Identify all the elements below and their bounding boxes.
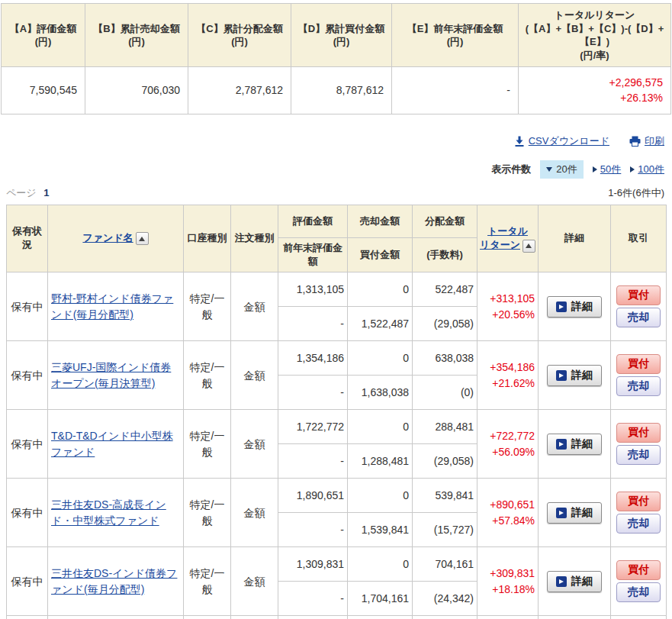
detail-cell: 詳細 [539, 410, 611, 479]
prev-year-valuation-amount: - [278, 376, 348, 410]
buy-button[interactable]: 買付 [616, 423, 661, 443]
total-return-amount: +309,831 [481, 566, 535, 581]
summary-value-row: 7,590,545 706,030 2,787,612 8,787,612 - … [2, 67, 671, 114]
fund-row-top: 保有中 三菱UFJ-国際インド債券オープン(毎月決算型) 特定/一般 金額 1,… [7, 341, 667, 376]
fund-row-top: 保有中 野村-野村インド債券ファンド(毎月分配型) 特定/一般 金額 1,313… [7, 272, 667, 307]
col-header-distribution: 分配金額 [413, 205, 477, 237]
valuation-amount: 1,354,186 [278, 341, 348, 376]
fund-name-link[interactable]: 三井住友DS-インド債券ファンド(毎月分配型) [51, 567, 177, 595]
prev-year-valuation-amount: - [278, 513, 348, 547]
buy-button[interactable]: 買付 [616, 354, 661, 374]
trade-cell: 買付 売却 [611, 272, 667, 341]
display-count-20-selected[interactable]: 20件 [540, 160, 583, 179]
detail-cell: 詳細 [539, 341, 611, 410]
order-type: 金額 [231, 272, 278, 341]
fund-name-cell: 三井住友DS-高成長インド・中型株式ファンド [48, 479, 184, 547]
display-count-50-link[interactable]: 50件 [593, 163, 621, 176]
valuation-amount: 0 [278, 616, 348, 619]
page-label: ページ [6, 187, 37, 198]
sell-button[interactable]: 売却 [616, 376, 661, 396]
col-header-prev-year-valuation: 前年末評価金額 [278, 237, 348, 272]
total-return: +313,105 +20.56% [477, 272, 539, 341]
detail-button[interactable]: 詳細 [547, 502, 602, 524]
fund-name-link[interactable]: 三菱UFJ-国際インド債券オープン(毎月決算型) [51, 361, 171, 388]
account-type: 特定/一般 [184, 410, 231, 479]
col-header-order-type: 注文種別 [231, 205, 278, 272]
detail-arrow-icon [556, 301, 567, 312]
buy-amount: 1,638,038 [348, 376, 413, 410]
sort-by-total-return-link[interactable]: トータルリターン [480, 225, 528, 250]
caret-down-icon [546, 167, 552, 172]
detail-button[interactable]: 詳細 [547, 571, 602, 592]
fee-amount: (15,727) [413, 513, 477, 547]
buy-amount: 1,288,481 [348, 444, 413, 479]
fund-name-cell: 野村-野村インド債券ファンド(毎月分配型) [48, 272, 184, 341]
summary-cumulative-sell-value: 706,030 [85, 67, 188, 114]
trade-cell: 買付 売却 [611, 479, 667, 547]
trade-cell: 買付 売却 [611, 547, 667, 616]
order-type: 金額 [231, 410, 278, 479]
valuation-amount: 1,309,831 [278, 547, 348, 582]
total-return-amount: +890,651 [481, 497, 535, 512]
sort-asc-icon[interactable] [522, 240, 535, 253]
total-return-rate: +56.09% [481, 444, 535, 459]
order-type: 金額 [231, 479, 278, 547]
toolbar: CSVダウンロード 印刷 [0, 134, 664, 148]
display-count-label: 表示件数 [491, 163, 531, 176]
holding-status: 保有中 [7, 410, 48, 479]
summary-header-row: 【A】評価金額(円) 【B】累計売却金額(円) 【C】累計分配金額(円) 【D】… [2, 4, 671, 67]
sell-button[interactable]: 売却 [616, 514, 661, 534]
distribution-amount: 539,841 [413, 479, 477, 513]
buy-button[interactable]: 買付 [616, 560, 661, 580]
summary-header-cumulative-sell: 【B】累計売却金額(円) [85, 4, 188, 67]
distribution-amount: 94,604 [413, 616, 477, 619]
sort-asc-icon[interactable] [136, 232, 149, 245]
display-count-100-link[interactable]: 100件 [630, 163, 664, 176]
fund-name-link[interactable]: 三井住友DS-高成長インド・中型株式ファンド [51, 498, 166, 526]
sell-amount: 0 [348, 479, 413, 513]
col-header-fee: (手数料) [413, 237, 477, 272]
fee-amount: (0) [413, 376, 477, 410]
summary-table: 【A】評価金額(円) 【B】累計売却金額(円) 【C】累計分配金額(円) 【D】… [1, 3, 671, 114]
fee-amount: (29,058) [413, 444, 477, 479]
col-header-fund-name: ファンド名 [48, 205, 184, 272]
fund-name-link[interactable]: 野村-野村インド債券ファンド(毎月分配型) [51, 292, 173, 320]
detail-button[interactable]: 詳細 [547, 296, 602, 318]
result-range-text: 1-6件(6件中) [608, 186, 664, 200]
sell-amount: 0 [348, 547, 413, 582]
fund-name-cell: イーストスプリング-イーストスプリング・インド消費関連ファンド [48, 616, 184, 619]
sell-button[interactable]: 売却 [616, 445, 661, 465]
fund-name-cell: 三井住友DS-インド債券ファンド(毎月分配型) [48, 547, 184, 616]
download-icon [514, 136, 525, 147]
caret-right-icon [630, 166, 635, 172]
sort-by-fund-name-link[interactable]: ファンド名 [82, 232, 133, 243]
buy-button[interactable]: 買付 [616, 492, 661, 511]
sell-button[interactable]: 売却 [616, 308, 661, 327]
csv-download-link[interactable]: CSVダウンロード [514, 134, 609, 148]
print-label: 印刷 [645, 134, 664, 148]
account-type: 特定/一般 [184, 547, 231, 616]
detail-button[interactable]: 詳細 [547, 365, 602, 386]
holding-status: 解約済 [7, 616, 48, 619]
print-link[interactable]: 印刷 [629, 134, 664, 148]
holdings-table: 保有状況 ファンド名 口座種別 注文種別 評価金額 売却金額 分配金額 トータル… [6, 205, 667, 619]
trade-cell: 買付 売却 [611, 410, 667, 479]
total-return-rate: +21.62% [481, 376, 535, 391]
buy-button[interactable]: 買付 [616, 285, 661, 305]
total-return: +309,831 +18.18% [477, 547, 539, 616]
fund-row-top: 保有中 三井住友DS-インド債券ファンド(毎月分配型) 特定/一般 金額 1,3… [7, 547, 667, 582]
sell-button[interactable]: 売却 [616, 582, 661, 602]
fee-amount: (24,342) [413, 582, 477, 616]
summary-header-valuation: 【A】評価金額(円) [2, 4, 85, 67]
funds-tbody: 保有中 野村-野村インド債券ファンド(毎月分配型) 特定/一般 金額 1,313… [7, 272, 667, 619]
summary-header-cumulative-buy: 【D】累計買付金額(円) [291, 4, 392, 67]
fund-name-link[interactable]: T&D-T&Dインド中小型株ファンド [51, 430, 173, 457]
total-return-rate: +57.84% [481, 513, 535, 528]
order-type: 金額 [231, 616, 278, 619]
total-return-amount: +313,105 [481, 291, 535, 306]
detail-button[interactable]: 詳細 [547, 434, 602, 455]
holding-status: 保有中 [7, 272, 48, 341]
prev-year-valuation-amount: - [278, 582, 348, 616]
valuation-amount: 1,313,105 [278, 272, 348, 307]
summary-header-cumulative-distribution: 【C】累計分配金額(円) [188, 4, 291, 67]
